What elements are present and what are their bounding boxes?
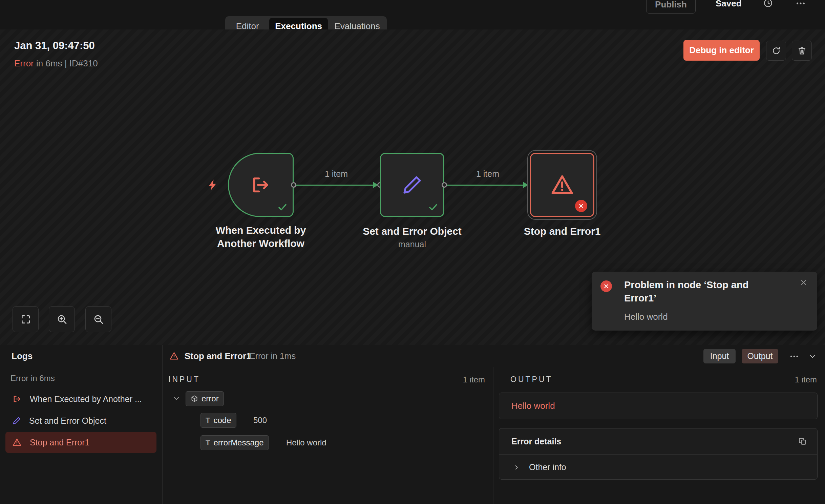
node-set-and-error-object[interactable] [380,153,444,217]
other-info-row[interactable]: Other info [499,455,817,480]
connection-items-label: 1 item [313,169,360,179]
execution-status-line: Error in 6ms | ID#310 [14,58,98,69]
input-item-count: 1 item [463,375,485,384]
app-window: Publish Saved Editor Executions Evaluati… [0,0,825,504]
error-message-box: Hello world [499,393,818,419]
publish-button[interactable]: Publish [646,0,696,14]
execution-timestamp: Jan 31, 09:47:50 [14,40,95,52]
output-handle[interactable] [291,182,296,188]
node-label: Set and Error Object [358,225,466,238]
bottom-panel-header: Logs Stop and Error1 Error in 1ms Input … [0,345,825,367]
json-key-code[interactable]: T code [200,413,236,428]
error-details-row: Error details [499,428,817,455]
string-type-icon: T [206,416,210,425]
log-item-when-executed[interactable]: When Executed by Another ... [5,388,156,410]
log-item-label: Stop and Error1 [30,438,90,447]
toast-close-icon[interactable] [800,278,808,287]
output-item-count: 1 item [795,375,817,384]
execute-workflow-trigger-icon [12,394,22,404]
toast-title: Problem in node ‘Stop and Error1’ [624,278,770,305]
input-toggle-button[interactable]: Input [703,349,736,363]
logs-summary: Error in 6ms [10,374,55,383]
execution-meta: in 6ms | ID#310 [36,58,98,68]
json-key-label: errorMessage [213,438,263,447]
fit-view-button[interactable] [13,306,39,332]
json-key-label: code [213,416,231,425]
warning-triangle-icon [550,173,574,197]
logs-title: Logs [12,351,33,361]
json-key-label: error [202,394,219,403]
json-key-error[interactable]: error [186,391,224,406]
node-label: Stop and Error1 [508,225,616,238]
output-toggle-button[interactable]: Output [742,349,778,363]
log-item-set-and-error-object[interactable]: Set and Error Object [5,410,156,431]
input-section-heading: INPUT [168,375,200,384]
error-details-box: Error details Other info [499,428,818,480]
other-info-label: Other info [529,462,566,472]
debug-in-editor-label: Debug in editor [689,45,754,56]
publish-label: Publish [655,0,687,10]
warning-triangle-icon [12,438,22,447]
json-key-errorMessage[interactable]: T errorMessage [200,435,269,450]
selected-node-status: Error in 1ms [250,351,296,361]
debug-in-editor-button[interactable]: Debug in editor [683,40,760,61]
copy-icon[interactable] [798,437,807,446]
edit-pen-icon [12,416,21,425]
error-toast: Problem in node ‘Stop and Error1’ Hello … [592,272,817,331]
output-section-heading: OUTPUT [510,375,553,384]
connection-items-label: 1 item [464,169,511,179]
zoom-in-button[interactable] [49,306,75,332]
top-bar: Publish Saved [0,0,825,29]
io-divider[interactable] [493,367,493,504]
collapse-tree-icon[interactable] [172,394,181,403]
collapse-panel-icon[interactable] [808,352,817,361]
zoom-out-button[interactable] [85,306,111,332]
expand-chevron-icon [513,464,520,471]
node-label: When Executed by Another Workflow [207,224,315,250]
panel-more-options-icon[interactable] [789,351,799,361]
trigger-bolt-icon [207,178,219,191]
retry-execution-button[interactable] [766,41,786,61]
edit-pen-icon [401,174,423,196]
workflow-canvas: Jan 31, 09:47:50 Error in 6ms | ID#310 D… [0,29,825,345]
log-item-label: When Executed by Another ... [30,394,142,404]
more-options-icon[interactable] [795,0,806,9]
toast-message: Hello world [624,312,668,322]
selected-node-name: Stop and Error1 [185,351,251,361]
output-toggle-label: Output [747,351,773,361]
success-check-icon [428,202,439,213]
error-badge-icon [575,200,587,212]
node-stop-and-error1[interactable] [530,153,594,217]
connection-line [296,185,375,186]
json-value: 500 [253,416,267,425]
error-details-label: Error details [511,437,561,446]
success-check-icon [277,202,288,213]
node-subtitle: manual [358,239,466,249]
string-type-icon: T [206,438,210,447]
node-when-executed-by-another-workflow[interactable] [228,153,294,217]
json-value: Hello world [286,438,326,447]
execution-status: Error [14,58,34,68]
toast-error-icon [600,280,612,292]
output-handle[interactable] [442,182,447,188]
execute-workflow-trigger-icon [250,174,272,196]
bottom-panel: Logs Stop and Error1 Error in 1ms Input … [0,345,825,504]
warning-triangle-icon [169,351,179,361]
input-toggle-label: Input [710,351,729,361]
delete-execution-button[interactable] [792,41,812,61]
history-icon[interactable] [763,0,773,8]
saved-status: Saved [716,0,742,8]
log-item-stop-and-error1[interactable]: Stop and Error1 [5,432,156,453]
log-item-label: Set and Error Object [29,416,106,426]
object-cube-icon [191,395,198,402]
error-message-text: Hello world [511,401,555,411]
connection-line [447,185,524,186]
logs-divider[interactable] [162,345,163,504]
